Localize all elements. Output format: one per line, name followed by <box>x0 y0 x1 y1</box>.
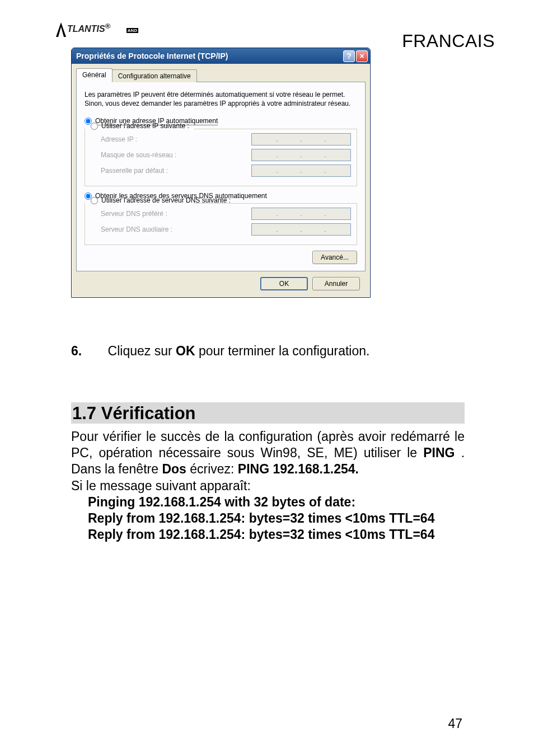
titlebar: Propriétés de Protocole Internet (TCP/IP… <box>72 48 370 64</box>
field-dns-pref-row: Serveur DNS préféré : ... <box>91 208 351 220</box>
step6-pre: Cliquez sur <box>108 344 176 358</box>
step6-number: 6. <box>71 344 82 358</box>
tab-panel-general: Les paramètres IP peuvent être déterminé… <box>76 82 366 271</box>
brand-sub: AND <box>127 28 138 33</box>
radio-ip-manual[interactable] <box>91 123 98 130</box>
cancel-button[interactable]: Annuler <box>312 277 360 290</box>
radio-ip-manual-row[interactable]: Utiliser l'adresse IP suivante : <box>91 122 351 130</box>
field-mask-row: Masque de sous-réseau : ... <box>91 149 351 161</box>
section-title: 1.7 Vérification <box>72 403 196 423</box>
radio-dns-manual[interactable] <box>91 197 98 204</box>
body-l2: Reply from 192.168.1.254: bytes=32 times… <box>88 511 434 525</box>
field-gateway-row: Passerelle par défaut : ... <box>91 165 351 177</box>
body-text: Pour vérifier le succès de la configurat… <box>71 429 465 543</box>
field-ip-row: Adresse IP : ... <box>91 133 351 145</box>
page-number: 47 <box>448 716 462 731</box>
help-button[interactable]: ? <box>343 50 355 62</box>
close-button[interactable]: × <box>356 50 368 62</box>
gateway-input: ... <box>251 165 351 177</box>
radio-dns-manual-row[interactable]: Utiliser l'adresse de serveur DNS suivan… <box>91 196 351 204</box>
body-p1a: Pour vérifier le succès de la configurat… <box>71 429 465 460</box>
ip-input: ... <box>251 133 351 145</box>
ok-button[interactable]: OK <box>260 277 308 290</box>
body-p2: Si le message suivant apparaît: <box>71 478 465 494</box>
body-l1: Pinging 192.168.1.254 with 32 bytes of d… <box>88 495 355 509</box>
dns-pref-label: Serveur DNS préféré : <box>101 210 167 218</box>
radio-ip-manual-label: Utiliser l'adresse IP suivante : <box>101 122 189 130</box>
step6-ok: OK <box>176 344 195 358</box>
dialog-title: Propriétés de Protocole Internet (TCP/IP… <box>76 51 228 60</box>
tab-alternative[interactable]: Configuration alternative <box>112 69 197 82</box>
ip-label: Adresse IP : <box>101 135 137 143</box>
ip-manual-group: Utiliser l'adresse IP suivante : Adresse… <box>85 129 357 186</box>
body-ping: PING <box>423 445 455 460</box>
info-text: Les paramètres IP peuvent être déterminé… <box>85 90 357 108</box>
mask-label: Masque de sous-réseau : <box>101 151 176 159</box>
titlebar-buttons: ? × <box>343 50 368 62</box>
dialog-footer: OK Annuler <box>76 271 366 290</box>
advanced-button[interactable]: Avancé... <box>312 251 357 264</box>
mask-input: ... <box>251 149 351 161</box>
dns-pref-input: ... <box>251 208 351 220</box>
tcpip-properties-dialog: Propriétés de Protocole Internet (TCP/IP… <box>71 48 371 298</box>
body-p1c: écrivez: <box>190 462 238 476</box>
gateway-label: Passerelle par défaut : <box>101 167 168 175</box>
section-heading-band: 1.7 Vérification <box>71 402 465 424</box>
dns-aux-label: Serveur DNS auxiliaire : <box>101 226 172 233</box>
field-dns-aux-row: Serveur DNS auxiliaire : ... <box>91 223 351 236</box>
step6-post: pour terminer la configuration. <box>199 344 370 358</box>
step-6-text: 6. Cliquez sur OK pour terminer la confi… <box>71 344 465 359</box>
tab-strip: Général Configuration alternative <box>76 68 366 82</box>
page-language: FRANCAIS <box>402 31 495 51</box>
dns-aux-input: ... <box>251 223 351 236</box>
body-l3: Reply from 192.168.1.254: bytes=32 times… <box>88 527 434 542</box>
body-pingcmd: PING 192.168.1.254. <box>238 462 359 476</box>
brand-logo: TLANTIS® AND <box>55 21 138 38</box>
dns-manual-group: Utiliser l'adresse de serveur DNS suivan… <box>85 203 357 245</box>
tab-general[interactable]: Général <box>76 68 113 82</box>
body-dos: Dos <box>162 462 186 476</box>
brand-text: TLANTIS <box>67 24 105 34</box>
radio-dns-manual-label: Utiliser l'adresse de serveur DNS suivan… <box>101 196 231 204</box>
